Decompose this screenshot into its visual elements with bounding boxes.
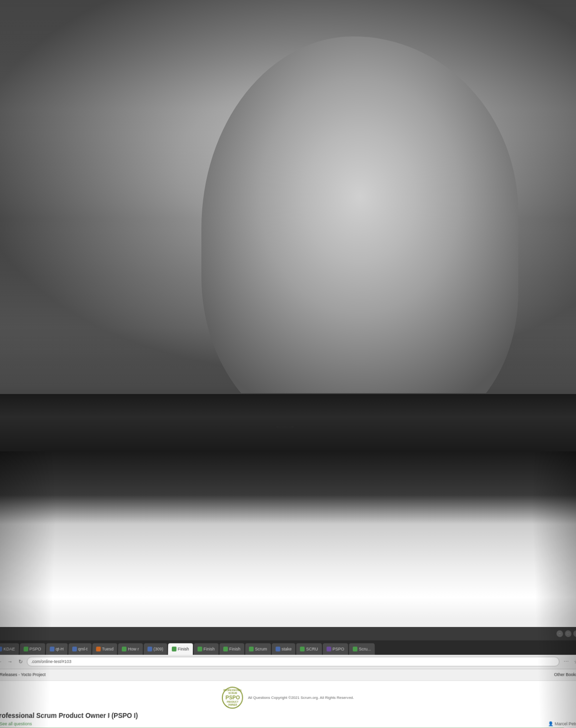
tab-favicon (353, 647, 357, 652)
tab-pspo2[interactable]: PSPO (323, 643, 348, 655)
tab-favicon (197, 647, 202, 652)
browser-window-wrapper: − □ × KDAE PSPO qt-H qml-t (0, 451, 576, 728)
test-header: PROFESSIONAL SCRUM PSPO PRODUCT OWNER Al… (0, 685, 576, 712)
tab-309[interactable]: (309) (144, 643, 167, 655)
user-icon: 👤 (548, 721, 554, 726)
pspo-logo: PROFESSIONAL SCRUM PSPO PRODUCT OWNER (222, 687, 243, 708)
tab-kdae[interactable]: KDAE (0, 643, 19, 655)
tab-favicon (172, 647, 176, 652)
forward-button[interactable]: → (6, 658, 14, 666)
browser-addressbar: ← → ↻ .com/online-test/#103 ⋯ ☆ (0, 655, 576, 669)
maximize-button[interactable]: □ (565, 630, 571, 637)
copyright-text: All Questions Copyright ©2021 Scrum.org.… (248, 695, 354, 700)
tab-favicon (223, 647, 228, 652)
tab-favicon (96, 647, 101, 652)
browser-controls: − □ × (556, 630, 576, 637)
tab-favicon (275, 647, 280, 652)
quiz-title: Professional Scrum Product Owner I (PSPO… (0, 712, 576, 719)
bookmark-button[interactable]: ☆ (572, 658, 576, 666)
tab-favicon (300, 647, 305, 652)
bookmark-yocto[interactable]: Releases - Yocto Project (0, 672, 46, 677)
extensions-button[interactable]: ⋯ (562, 658, 570, 666)
tab-scru3[interactable]: Scru... (349, 643, 375, 655)
tab-favicon (249, 647, 253, 652)
tab-favicon (72, 647, 77, 652)
tab-qml[interactable]: qml-t (68, 643, 91, 655)
tab-qt[interactable]: qt-H (45, 643, 67, 655)
bookmarks-bar: Releases - Yocto Project Other Bookm... (0, 669, 576, 681)
laptop-camera (276, 426, 294, 428)
tab-finish2[interactable]: Finish (194, 643, 219, 655)
other-bookmarks[interactable]: Other Bookm... (554, 672, 576, 677)
minimize-button[interactable]: − (556, 630, 563, 637)
tab-stake[interactable]: stake (272, 643, 296, 655)
tab-tuesd[interactable]: Tuesd (92, 643, 117, 655)
cat-head (201, 36, 518, 437)
tab-pspo[interactable]: PSPO (20, 643, 45, 655)
tab-favicon (122, 647, 127, 652)
logo-line1: PROFESSIONAL SCRUM (223, 689, 243, 695)
laptop-bezel (0, 393, 576, 451)
tab-how[interactable]: How r (118, 643, 143, 655)
user-info: 👤 Marcel Petrick (548, 721, 576, 726)
browser-tab-bar: KDAE PSPO qt-H qml-t Tuesd How r (0, 640, 576, 655)
address-bar[interactable]: .com/online-test/#103 (27, 657, 560, 667)
back-button[interactable]: ← (0, 658, 4, 666)
pspo-logo-circle: PROFESSIONAL SCRUM PSPO PRODUCT OWNER (222, 687, 243, 708)
tab-finish-active[interactable]: Finish (168, 643, 193, 655)
tab-favicon (23, 647, 28, 652)
tab-favicon (326, 647, 331, 652)
quiz-content: PROFESSIONAL SCRUM PSPO PRODUCT OWNER Al… (0, 681, 576, 728)
tab-scru2[interactable]: SCRU (296, 643, 322, 655)
browser-titlebar: − □ × (0, 627, 576, 640)
quiz-meta: ☰ See all questions 👤 Marcel Petrick (0, 721, 576, 726)
tab-favicon (0, 647, 2, 652)
logo-pspo-text: PSPO (225, 695, 240, 701)
refresh-button[interactable]: ↻ (16, 658, 24, 666)
tab-favicon (147, 647, 152, 652)
tab-favicon (50, 647, 55, 652)
close-button[interactable]: × (573, 630, 576, 637)
tab-finish3[interactable]: Finish (220, 643, 245, 655)
see-all-link[interactable]: ☰ See all questions (0, 721, 32, 726)
tab-scrum[interactable]: Scrum (245, 643, 271, 655)
logo-line3: PRODUCT OWNER (223, 701, 242, 707)
browser-window: − □ × KDAE PSPO qt-H qml-t (0, 627, 576, 728)
